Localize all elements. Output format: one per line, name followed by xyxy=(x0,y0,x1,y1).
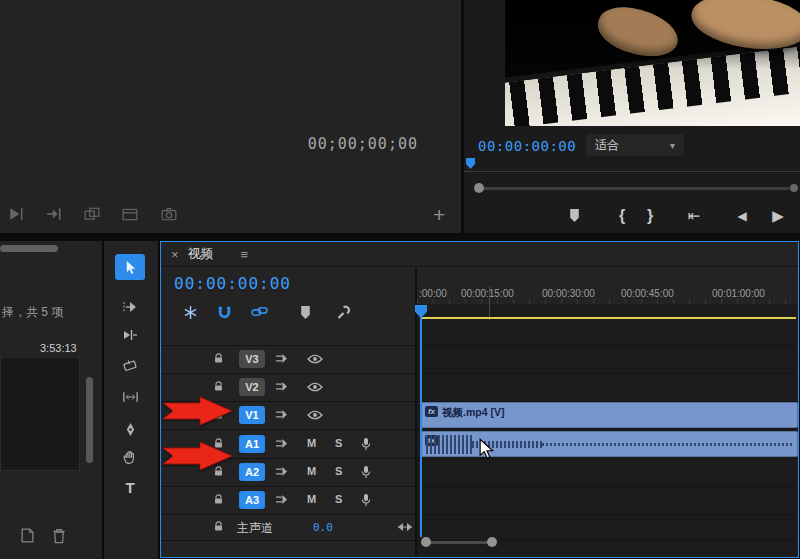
audio-waveform-loud xyxy=(426,435,472,454)
slip-tool[interactable] xyxy=(115,384,145,410)
sync-lock-icon[interactable] xyxy=(275,494,288,505)
mark-out-button[interactable]: } xyxy=(638,205,662,227)
voiceover-mic-icon[interactable] xyxy=(361,437,371,451)
program-zoom-handle-right[interactable] xyxy=(790,184,798,192)
play-icon[interactable] xyxy=(8,207,28,223)
ruler-label: 00:00:15:00 xyxy=(461,288,514,299)
linked-selection-icon[interactable] xyxy=(251,305,269,323)
lift-icon[interactable] xyxy=(84,207,104,223)
mute-button[interactable]: M xyxy=(307,465,316,477)
render-bar-yellow xyxy=(420,317,796,319)
timeline-ruler[interactable]: :00:00 00:00:15:00 00:00:30:00 00:00:45:… xyxy=(417,268,797,304)
timeline-timecode[interactable]: 00:00:00:00 xyxy=(174,274,291,293)
sync-lock-icon[interactable] xyxy=(275,409,288,420)
track-target-v2[interactable]: V2 xyxy=(239,378,265,396)
zoom-fit-dropdown[interactable]: 适合 ▾ xyxy=(586,134,684,156)
zoom-fit-value: 适合 xyxy=(595,137,619,154)
ruler-label: :00:00 xyxy=(419,288,447,299)
audio-clip-a1[interactable]: fx xyxy=(421,431,798,457)
voiceover-mic-icon[interactable] xyxy=(361,465,371,479)
mute-button[interactable]: M xyxy=(307,437,316,449)
track-target-a3[interactable]: A3 xyxy=(239,491,265,509)
timeline-zoom-scrollbar[interactable] xyxy=(429,541,491,544)
trash-icon[interactable] xyxy=(52,528,68,544)
track-output-eye-icon[interactable] xyxy=(307,354,323,364)
program-monitor-panel: 00:00:00:00 适合 ▾ { } ⇤ ◀ ▶ xyxy=(464,0,800,233)
export-frame-icon[interactable] xyxy=(161,207,181,223)
program-zoom-handle-left[interactable] xyxy=(474,183,484,193)
close-icon[interactable]: × xyxy=(171,247,179,262)
track-header-v3: V3 xyxy=(161,345,415,373)
track-target-a2[interactable]: A2 xyxy=(239,463,265,481)
project-horizontal-scrollbar[interactable] xyxy=(0,245,58,252)
play-button[interactable]: ▶ xyxy=(766,205,790,227)
program-zoom-scrollbar[interactable] xyxy=(480,187,790,190)
mute-button[interactable]: M xyxy=(307,493,316,505)
timeline-panel: × 视频 ≡ 00:00:00:00 :00:00 00:00:15:00 00… xyxy=(160,241,799,558)
ruler-gridline xyxy=(489,286,490,320)
sync-lock-icon[interactable] xyxy=(275,466,288,477)
track-header-a3: A3 M S xyxy=(161,486,415,514)
ruler-label: 00:00:30:00 xyxy=(542,288,595,299)
solo-button[interactable]: S xyxy=(335,437,342,449)
track-output-eye-icon[interactable] xyxy=(307,410,323,420)
hand-tool[interactable] xyxy=(115,444,145,470)
master-track-label: 主声道 xyxy=(237,520,273,537)
timeline-marker-icon[interactable] xyxy=(299,305,317,323)
lock-icon[interactable] xyxy=(213,353,224,364)
go-to-in-button[interactable]: ⇤ xyxy=(682,205,706,227)
project-panel: 择，共 5 项 3:53:13 xyxy=(0,241,102,559)
ruler-label: 00:00:45:00 xyxy=(621,288,674,299)
program-scrub-track[interactable] xyxy=(464,171,800,172)
nest-sequence-icon[interactable] xyxy=(183,305,201,323)
pen-tool[interactable] xyxy=(115,416,145,442)
add-marker-icon[interactable] xyxy=(562,205,586,227)
program-playhead[interactable] xyxy=(466,158,475,169)
annotation-arrow-v1 xyxy=(163,396,235,426)
solo-button[interactable]: S xyxy=(335,493,342,505)
ruler-label: 00:01:00:00 xyxy=(712,288,765,299)
program-video-preview xyxy=(505,0,800,126)
video-clip-v1[interactable]: fx 视频.mp4 [V] xyxy=(421,402,798,428)
clip-thumbnail[interactable] xyxy=(0,357,80,471)
audio-keyframe-icon[interactable] xyxy=(397,522,413,532)
insert-icon[interactable] xyxy=(46,207,66,223)
zoom-handle-left[interactable] xyxy=(421,537,431,547)
track-target-v3[interactable]: V3 xyxy=(239,350,265,368)
ripple-edit-tool[interactable] xyxy=(115,322,145,348)
voiceover-mic-icon[interactable] xyxy=(361,493,371,507)
razor-tool[interactable] xyxy=(115,352,145,378)
master-level-value[interactable]: 0.0 xyxy=(313,521,333,534)
tab-timeline-video[interactable]: 视频 xyxy=(188,245,214,263)
new-item-icon[interactable] xyxy=(20,528,36,544)
zoom-handle-right[interactable] xyxy=(487,537,497,547)
timeline-settings-wrench-icon[interactable] xyxy=(335,305,353,323)
clip-duration: 3:53:13 xyxy=(40,342,77,354)
step-back-button[interactable]: ◀ xyxy=(730,205,754,227)
track-output-eye-icon[interactable] xyxy=(307,382,323,392)
chevron-down-icon: ▾ xyxy=(670,140,675,151)
master-track-header: 主声道 0.0 xyxy=(161,514,415,540)
type-tool[interactable]: T xyxy=(115,474,145,500)
mark-in-button[interactable]: { xyxy=(610,205,634,227)
track-target-v1[interactable]: V1 xyxy=(239,406,265,424)
add-button[interactable]: + xyxy=(433,203,445,227)
annotation-arrow-a1 xyxy=(163,441,235,471)
track-target-a1[interactable]: A1 xyxy=(239,435,265,453)
lock-icon[interactable] xyxy=(213,381,224,392)
snap-magnet-icon[interactable] xyxy=(217,305,235,323)
lock-icon[interactable] xyxy=(213,494,224,505)
track-select-tool[interactable] xyxy=(115,294,145,320)
selection-tool[interactable] xyxy=(115,254,145,280)
lock-icon[interactable] xyxy=(213,521,224,532)
playhead-line[interactable] xyxy=(420,306,422,537)
panel-menu-icon[interactable]: ≡ xyxy=(241,247,249,262)
sync-lock-icon[interactable] xyxy=(275,381,288,392)
solo-button[interactable]: S xyxy=(335,465,342,477)
sync-lock-icon[interactable] xyxy=(275,438,288,449)
program-timecode[interactable]: 00:00:00:00 xyxy=(478,138,576,154)
extract-icon[interactable] xyxy=(122,207,142,223)
sync-lock-icon[interactable] xyxy=(275,353,288,364)
project-vertical-scrollbar[interactable] xyxy=(86,377,93,463)
audio-waveform-silent xyxy=(542,443,792,446)
